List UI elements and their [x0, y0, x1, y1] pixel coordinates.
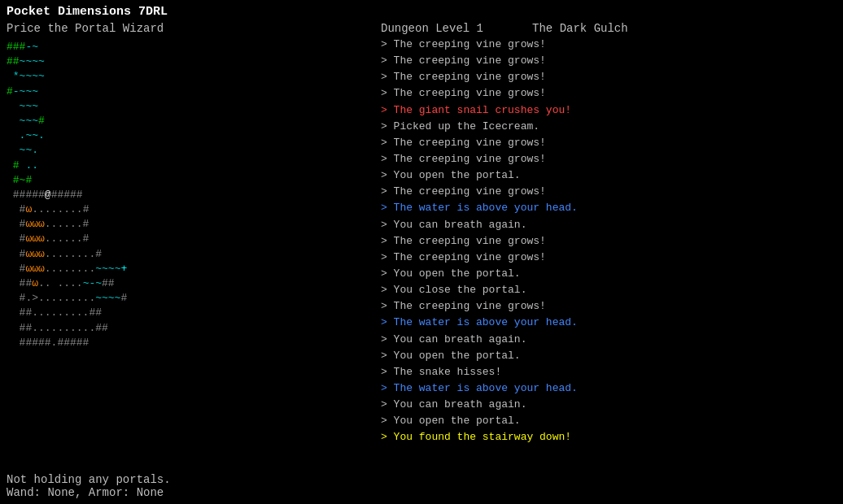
log-line: > The creeping vine grows! — [381, 298, 836, 315]
log-line: > The snake hisses! — [381, 364, 836, 380]
map-area: ###-~ ##~~~~ *~~~~ #-~~~ ~~~ ~~~# .~~. ~… — [7, 40, 381, 473]
app: Pocket Dimensions 7DRL Price the Portal … — [0, 0, 843, 504]
log-line: > You open the portal. — [381, 348, 836, 364]
log-line: > The creeping vine grows! — [381, 184, 836, 200]
log-line: > You can breath again. — [381, 397, 836, 413]
log-line: > You open the portal. — [381, 266, 836, 282]
log-line: > You can breath again. — [381, 217, 836, 233]
right-panel: Dungeon Level 1 The Dark Gulch > The cre… — [381, 22, 836, 499]
log-area: > The creeping vine grows!> The creeping… — [381, 37, 836, 499]
log-line: > The creeping vine grows! — [381, 85, 836, 102]
log-line: > Picked up the Icecream. — [381, 119, 836, 135]
log-line: > You can breath again. — [381, 332, 836, 348]
log-line: > The water is above your head. — [381, 380, 836, 397]
log-line: > The water is above your head. — [381, 315, 836, 331]
log-line: > The giant snail crushes you! — [381, 102, 836, 119]
log-line: > You close the portal. — [381, 282, 836, 298]
main-content: Price the Portal Wizard ###-~ ##~~~~ *~~… — [7, 22, 836, 499]
log-line: > The creeping vine grows! — [381, 69, 836, 85]
log-line: > The creeping vine grows! — [381, 233, 836, 250]
dungeon-info: Dungeon Level 1 The Dark Gulch — [381, 22, 836, 35]
status-area: Not holding any portals. Wand: None, Arm… — [7, 473, 381, 499]
log-line: > The creeping vine grows! — [381, 151, 836, 167]
player-label: Price the Portal Wizard — [7, 22, 381, 35]
log-line: > The creeping vine grows! — [381, 250, 836, 266]
status-inventory: Wand: None, Armor: None — [7, 486, 381, 499]
log-line: > The creeping vine grows! — [381, 37, 836, 53]
log-line: > You open the portal. — [381, 413, 836, 429]
log-line: > You open the portal. — [381, 167, 836, 184]
status-portals: Not holding any portals. — [7, 473, 381, 486]
log-line: > The creeping vine grows! — [381, 53, 836, 69]
log-line: > The water is above your head. — [381, 200, 836, 216]
log-line: > The creeping vine grows! — [381, 135, 836, 151]
title-bar: Pocket Dimensions 7DRL — [7, 5, 836, 19]
left-panel: Price the Portal Wizard ###-~ ##~~~~ *~~… — [7, 22, 381, 499]
log-line: > You found the stairway down! — [381, 429, 836, 445]
dungeon-name: The Dark Gulch — [532, 22, 628, 35]
dungeon-level: Dungeon Level 1 — [381, 22, 483, 35]
